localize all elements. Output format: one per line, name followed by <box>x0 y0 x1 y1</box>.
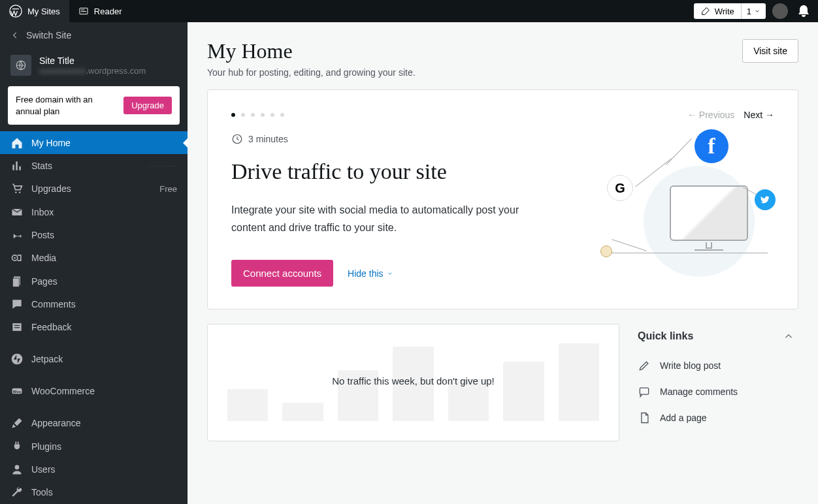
quick-item-label: Write blog post <box>660 360 721 371</box>
step-dots <box>231 113 284 117</box>
svg-rect-1 <box>80 8 88 14</box>
topbar-reader[interactable]: Reader <box>69 0 131 22</box>
nav-label: Pages <box>31 276 57 287</box>
woocommerce-icon: Woo <box>10 385 24 398</box>
task-title: Drive traffic to your site <box>231 159 585 184</box>
pages-icon <box>10 275 24 288</box>
nav-label: WooCommerce <box>31 386 95 396</box>
write-count: 1 <box>747 7 751 16</box>
nav-comments[interactable]: Comments <box>0 292 188 315</box>
notifications-icon[interactable] <box>796 3 811 19</box>
main-content: My Home Your hub for posting, editing, a… <box>188 22 818 504</box>
nav-users[interactable]: Users <box>0 458 188 480</box>
chat-icon <box>638 385 651 398</box>
nav-label: Jetpack <box>31 354 63 364</box>
write-button-label: Write <box>715 7 734 16</box>
topbar-reader-label: Reader <box>94 7 122 16</box>
user-icon <box>10 463 24 476</box>
nav-label: Appearance <box>31 418 81 428</box>
media-icon <box>10 251 24 264</box>
clock-icon <box>231 133 243 145</box>
site-title: Site Title <box>39 55 146 66</box>
topbar-my-sites-label: My Sites <box>27 7 60 16</box>
nav-label: Media <box>31 253 56 263</box>
nav-plugins[interactable]: Plugins <box>0 435 188 458</box>
nav-my-home[interactable]: My Home <box>0 131 188 154</box>
svg-rect-11 <box>12 278 19 287</box>
nav-appearance[interactable]: Appearance <box>0 412 188 435</box>
wordpress-logo-icon <box>9 5 22 18</box>
topbar-my-sites[interactable]: My Sites <box>0 0 69 22</box>
svg-point-5 <box>15 192 16 194</box>
nav-label: Users <box>31 464 56 475</box>
jetpack-icon <box>10 353 24 366</box>
comment-icon <box>10 298 24 311</box>
nav-label: Plugins <box>31 441 61 452</box>
page-icon <box>638 411 651 424</box>
switch-site-link[interactable]: Switch Site <box>0 22 188 48</box>
topbar: My Sites Reader Write 1 <box>0 0 818 22</box>
pager-previous[interactable]: ← Previous <box>687 110 734 120</box>
quick-manage-comments[interactable]: Manage comments <box>634 379 798 405</box>
feedback-icon <box>10 321 24 334</box>
nav-inbox[interactable]: Inbox <box>0 200 188 223</box>
domain-upsell: Free domain with an annual plan Upgrade <box>8 86 180 125</box>
svg-rect-12 <box>12 323 21 331</box>
task-description: Integrate your site with social media to… <box>231 201 545 236</box>
write-button[interactable]: Write 1 <box>694 3 766 19</box>
nav-tools[interactable]: Tools <box>0 481 188 504</box>
upgrade-button[interactable]: Upgrade <box>123 97 172 114</box>
hide-task-label: Hide this <box>348 268 383 279</box>
pin-icon <box>10 228 24 242</box>
home-icon <box>10 136 24 150</box>
facebook-icon: f <box>695 129 728 163</box>
traffic-message: No traffic this week, but don't give up! <box>208 375 619 386</box>
nav-upgrades[interactable]: Upgrades Free <box>0 178 188 200</box>
quick-write-post[interactable]: Write blog post <box>634 353 798 379</box>
nav-stats[interactable]: Stats ············ <box>0 154 188 177</box>
svg-point-9 <box>14 257 16 259</box>
wrench-icon <box>10 486 24 499</box>
visit-site-button[interactable]: Visit site <box>742 39 798 63</box>
chevron-up-icon[interactable] <box>783 330 794 342</box>
quick-item-label: Add a page <box>660 413 707 423</box>
quick-links: Quick links Write blog post Manage comme… <box>634 324 798 441</box>
svg-text:Woo: Woo <box>13 390 22 394</box>
nav-label: My Home <box>31 138 71 148</box>
nav-feedback[interactable]: Feedback <box>0 316 188 339</box>
task-time: 3 minutes <box>231 133 585 145</box>
task-time-label: 3 minutes <box>248 134 288 144</box>
switch-site-label: Switch Site <box>26 30 71 40</box>
sidebar: Switch Site Site Title xxxxxxxxxxx.wordp… <box>0 22 188 504</box>
nav-label: Upgrades <box>31 183 71 194</box>
page-title: My Home <box>207 39 416 63</box>
caret-down-icon <box>387 270 393 277</box>
nav-label: Comments <box>31 299 76 309</box>
site-info[interactable]: Site Title xxxxxxxxxxx.wordpress.com <box>0 48 188 84</box>
nav-media[interactable]: Media <box>0 247 188 270</box>
write-count-dropdown[interactable]: 1 <box>741 3 766 19</box>
traffic-card: No traffic this week, but don't give up! <box>207 324 619 441</box>
pager-next[interactable]: Next → <box>744 110 774 120</box>
svg-point-18 <box>15 465 20 469</box>
nav-posts[interactable]: Posts <box>0 223 188 246</box>
write-icon <box>700 6 711 16</box>
nav-pages[interactable]: Pages <box>0 270 188 292</box>
quick-item-label: Manage comments <box>660 386 738 397</box>
task-card: ← Previous Next → 3 minutes Drive traffi… <box>207 89 798 309</box>
nav-label: Feedback <box>31 322 71 332</box>
stats-sparkline: ············ <box>148 163 177 170</box>
svg-rect-20 <box>640 388 648 395</box>
page-subtitle: Your hub for posting, editing, and growi… <box>207 67 416 78</box>
google-icon: G <box>607 175 633 201</box>
reader-icon <box>78 6 89 16</box>
brush-icon <box>10 417 24 430</box>
connect-accounts-button[interactable]: Connect accounts <box>231 260 333 287</box>
hide-task-link[interactable]: Hide this <box>348 268 393 279</box>
nav-jetpack[interactable]: Jetpack <box>0 348 188 371</box>
nav-woocommerce[interactable]: Woo WooCommerce <box>0 380 188 403</box>
cart-icon <box>10 182 24 195</box>
upsell-text: Free domain with an annual plan <box>16 94 117 117</box>
user-avatar[interactable] <box>772 3 788 19</box>
quick-add-page[interactable]: Add a page <box>634 405 798 431</box>
